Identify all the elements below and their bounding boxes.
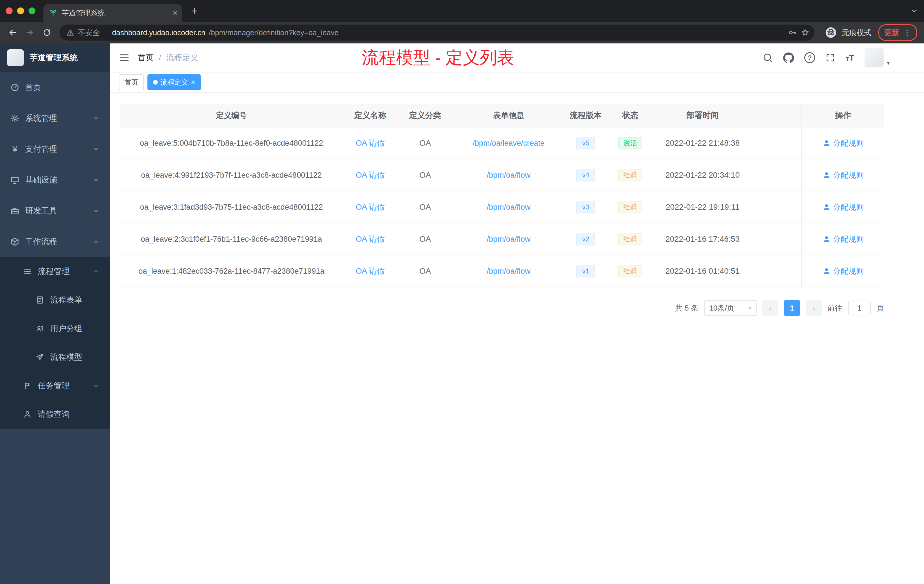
definition-name-link[interactable]: OA 请假 [356, 266, 385, 277]
assign-rule-label: 分配规则 [833, 170, 864, 180]
app-frame: 芋道管理系统 首页 系统管理 ¥ 支付管理 [0, 43, 924, 584]
deploy-time-cell: 2022-01-22 21:48:38 [654, 139, 751, 148]
tab-search-chevron-icon[interactable] [910, 7, 918, 15]
tag-close-icon[interactable]: × [191, 79, 195, 86]
browser-tab[interactable]: 芋道管理系统 × [43, 4, 182, 22]
tab-close-icon[interactable]: × [173, 8, 178, 17]
font-size-icon[interactable]: TT [845, 53, 854, 62]
app-logo: 芋道管理系统 [0, 43, 110, 72]
version-badge: v3 [576, 201, 595, 214]
key-icon[interactable] [788, 28, 797, 37]
sidebar: 芋道管理系统 首页 系统管理 ¥ 支付管理 [0, 43, 110, 584]
sidebar-item-process-management[interactable]: 流程管理 [0, 257, 110, 286]
browser-menu-icon[interactable]: ⋮ [903, 28, 911, 38]
app-title: 芋道管理系统 [30, 52, 78, 63]
browser-toolbar: 不安全 dashboard.yudao.iocoder.cn /bpm/mana… [0, 22, 924, 43]
close-window-button[interactable] [6, 7, 13, 14]
definition-name-link[interactable]: OA 请假 [356, 202, 385, 213]
tag-process-definition[interactable]: 流程定义 × [147, 74, 201, 90]
form-link[interactable]: /bpm/oa/flow [487, 203, 530, 212]
assign-rule-label: 分配规则 [833, 234, 864, 244]
sidebar-item-label: 系统管理 [25, 113, 57, 124]
column-header: 表单信息 [452, 110, 564, 120]
breadcrumb-home[interactable]: 首页 [138, 52, 154, 63]
page-content: 定义编号 定义名称 定义分类 表单信息 流程版本 状态 部署时间 操作 oa_l… [110, 92, 924, 584]
form-link[interactable]: /bpm/oa/flow [487, 171, 530, 180]
assign-rule-link[interactable]: 分配规则 [823, 170, 864, 180]
status-badge: 挂起 [618, 265, 642, 278]
sidebar-item-workflow[interactable]: 工作流程 [0, 226, 110, 257]
table-row: oa_leave:2:3c1f0ef1-76b1-11ec-9c66-a2380… [120, 223, 884, 256]
top-navbar: 首页 / 流程定义 流程模型 - 定义列表 ? TT ▾ [110, 43, 924, 73]
tab-strip: 芋道管理系统 × + [0, 0, 924, 22]
definition-name-link[interactable]: OA 请假 [356, 138, 385, 148]
assign-rule-link[interactable]: 分配规则 [823, 138, 864, 148]
assign-rule-link[interactable]: 分配规则 [823, 202, 864, 212]
toolbox-icon [10, 206, 20, 215]
assign-rule-link[interactable]: 分配规则 [823, 234, 864, 244]
user-icon [823, 139, 831, 147]
navbar-actions: ? TT ▾ [762, 48, 890, 68]
form-link[interactable]: /bpm/oa/leave/create [473, 139, 544, 148]
tab-title: 芋道管理系统 [62, 8, 168, 18]
list-icon [23, 267, 32, 276]
address-bar[interactable]: 不安全 dashboard.yudao.iocoder.cn /bpm/mana… [59, 25, 814, 41]
minimize-window-button[interactable] [17, 7, 24, 14]
update-button[interactable]: 更新 ⋮ [878, 24, 917, 41]
sidebar-item-infrastructure[interactable]: 基础设施 [0, 165, 110, 195]
sidebar-item-leave-query[interactable]: 请假查询 [0, 400, 110, 429]
page-size-select[interactable]: 10条/页 ▾ [704, 300, 757, 316]
sidebar-item-label: 研发工具 [25, 205, 57, 216]
sidebar-item-devtools[interactable]: 研发工具 [0, 195, 110, 226]
help-glyph: ? [808, 54, 812, 61]
star-icon[interactable] [800, 28, 810, 37]
next-page-button[interactable]: › [806, 300, 822, 316]
help-icon[interactable]: ? [804, 52, 815, 63]
definition-id-cell: oa_leave:4:991f2193-7b7f-11ec-a3c8-acde4… [120, 171, 343, 180]
zoom-window-button[interactable] [28, 7, 35, 14]
select-caret-icon: ▾ [749, 305, 751, 312]
search-icon[interactable] [762, 53, 773, 63]
assign-rule-link[interactable]: 分配规则 [823, 266, 864, 276]
sidebar-item-task-management[interactable]: 任务管理 [0, 371, 110, 400]
definition-name-link[interactable]: OA 请假 [356, 234, 385, 244]
pagination-total: 共 5 条 [675, 303, 698, 313]
status-badge: 挂起 [618, 169, 642, 182]
definition-name-link[interactable]: OA 请假 [356, 170, 385, 181]
deploy-time-cell: 2022-01-22 20:34:10 [654, 171, 751, 180]
fullscreen-icon[interactable] [825, 53, 835, 63]
column-header: 定义分类 [398, 110, 452, 121]
goto-page-input[interactable] [848, 300, 871, 315]
sidebar-item-user-group[interactable]: 用户分组 [0, 314, 110, 343]
table-row: oa_leave:5:004b710b-7b8a-11ec-8ef0-acde4… [120, 127, 884, 159]
sidebar-menu: 首页 系统管理 ¥ 支付管理 基础设施 [0, 72, 110, 429]
forward-button[interactable] [22, 25, 38, 41]
sidebar-item-home[interactable]: 首页 [0, 72, 110, 103]
flag-icon [23, 381, 32, 390]
prev-page-button[interactable]: ‹ [762, 300, 778, 316]
sidebar-item-payment[interactable]: ¥ 支付管理 [0, 134, 110, 165]
tag-home[interactable]: 首页 [119, 74, 144, 90]
page-number-button[interactable]: 1 [784, 300, 800, 316]
gear-icon [10, 114, 20, 123]
chevron-down-icon [92, 208, 99, 214]
form-link[interactable]: /bpm/oa/flow [487, 267, 530, 276]
user-menu[interactable]: ▾ [865, 48, 890, 68]
definition-table: 定义编号 定义名称 定义分类 表单信息 流程版本 状态 部署时间 操作 oa_l… [120, 104, 884, 287]
sidebar-item-system[interactable]: 系统管理 [0, 103, 110, 134]
assign-rule-label: 分配规则 [833, 138, 864, 148]
sidebar-item-process-form[interactable]: 流程表单 [0, 286, 110, 314]
chevron-down-icon [92, 382, 99, 389]
form-link[interactable]: /bpm/oa/flow [487, 235, 530, 244]
new-tab-button[interactable]: + [187, 3, 202, 18]
sidebar-item-process-model[interactable]: 流程模型 [0, 343, 110, 371]
menu-fold-icon[interactable] [119, 52, 130, 63]
user-icon [823, 235, 831, 243]
page-annotation: 流程模型 - 定义列表 [362, 46, 514, 69]
category-cell: OA [398, 267, 452, 276]
back-button[interactable] [5, 25, 21, 41]
reload-button[interactable] [39, 25, 55, 41]
github-icon[interactable] [783, 52, 794, 63]
sidebar-item-label: 首页 [25, 82, 41, 93]
avatar[interactable] [865, 48, 884, 68]
